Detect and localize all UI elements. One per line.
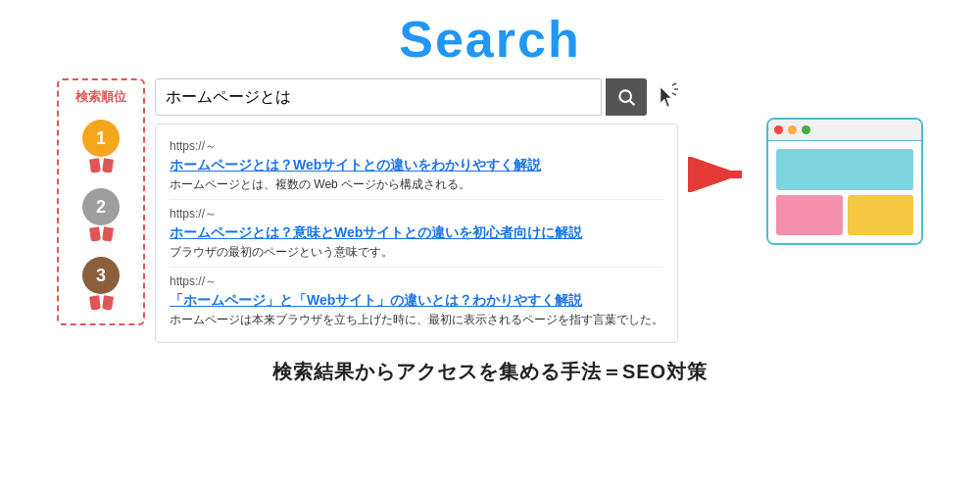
medal-ribbon-2 — [90, 227, 113, 241]
rank-circle-2: 2 — [82, 188, 120, 225]
browser-block-pink — [776, 195, 843, 236]
search-box-row — [155, 78, 678, 116]
rank-panel: 検索順位 1 2 — [57, 78, 145, 325]
rank-circle-1: 1 — [82, 120, 120, 157]
search-icon — [616, 87, 636, 107]
result-title-1[interactable]: ホームページとは？Webサイトとの違いをわかりやすく解説 — [170, 157, 663, 174]
ribbon-left-2 — [89, 226, 101, 241]
dot-red — [774, 125, 783, 134]
svg-line-2 — [672, 83, 676, 85]
ribbon-left-1 — [89, 158, 101, 173]
bottom-caption: 検索結果からアクセスを集める手法＝SEO対策 — [272, 359, 708, 385]
search-input[interactable] — [155, 78, 602, 116]
cursor-indicator — [655, 81, 678, 109]
result-url-3: https://～ — [170, 273, 663, 290]
rank-label: 検索順位 — [75, 88, 126, 106]
result-title-2[interactable]: ホームページとは？意味とWebサイトとの違いを初心者向けに解説 — [170, 224, 663, 242]
result-item-1: https://～ ホームページとは？Webサイトとの違いをわかりやすく解説 ホ… — [170, 132, 663, 200]
dot-yellow — [788, 125, 797, 134]
search-area: https://～ ホームページとは？Webサイトとの違いをわかりやすく解説 ホ… — [155, 78, 678, 343]
svg-line-1 — [630, 101, 635, 106]
rank-item-1: 1 — [82, 120, 120, 173]
rank-circle-3: 3 — [82, 257, 120, 294]
browser-content — [768, 141, 921, 243]
result-desc-2: ブラウザの最初のページという意味です。 — [170, 244, 663, 261]
content-row: 検索順位 1 2 — [20, 78, 960, 343]
ribbon-right-1 — [102, 158, 114, 173]
browser-block-top — [776, 149, 913, 190]
result-desc-3: ホームページは本来ブラウザを立ち上げた時に、最初に表示されるページを指す言葉でし… — [170, 312, 663, 328]
medal-ribbon-3 — [90, 296, 113, 310]
result-item-3: https://～ 「ホームページ」と「Webサイト」の違いとは？わかりやすく解… — [170, 268, 663, 334]
result-url-1: https://～ — [170, 138, 663, 155]
arrow-container — [688, 78, 757, 192]
rank-item-3: 3 — [82, 257, 120, 310]
page-title: Search — [399, 10, 580, 69]
ribbon-right-3 — [102, 295, 114, 310]
result-item-2: https://～ ホームページとは？意味とWebサイトとの違いを初心者向けに解… — [170, 200, 663, 268]
browser-block-yellow — [848, 195, 914, 236]
svg-point-0 — [619, 90, 631, 102]
svg-line-4 — [672, 93, 676, 95]
browser-mockup — [766, 118, 923, 245]
rank-item-2: 2 — [82, 188, 120, 241]
svg-marker-5 — [661, 87, 671, 107]
results-box: https://～ ホームページとは？Webサイトとの違いをわかりやすく解説 ホ… — [155, 124, 678, 343]
main-container: Search 検索順位 1 2 — [0, 0, 980, 385]
result-url-2: https://～ — [170, 206, 663, 222]
browser-titlebar — [768, 120, 921, 141]
ribbon-right-2 — [102, 226, 114, 241]
result-title-3[interactable]: 「ホームページ」と「Webサイト」の違いとは？わかりやすく解説 — [170, 292, 663, 310]
dot-green — [802, 125, 810, 134]
ribbon-left-3 — [89, 295, 101, 310]
cursor-icon — [655, 81, 678, 109]
medal-ribbon-1 — [90, 159, 113, 173]
right-arrow-icon — [688, 157, 757, 192]
result-desc-1: ホームページとは、複数の Web ページから構成される。 — [170, 176, 663, 193]
search-button[interactable] — [606, 78, 647, 116]
